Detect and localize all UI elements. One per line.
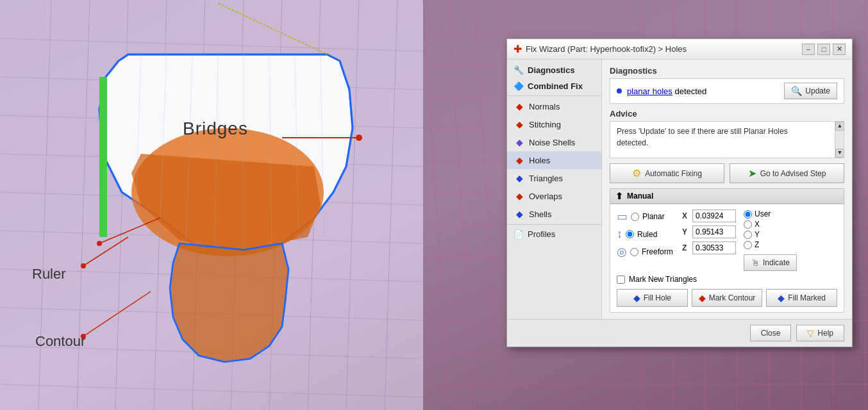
user-opt-z: Z xyxy=(744,240,771,249)
auto-fix-label: Automatic Fixing xyxy=(645,169,702,178)
planar-radio-row: ▭ Planar xyxy=(617,209,674,224)
y-input[interactable] xyxy=(692,226,736,238)
automatic-fixing-button[interactable]: ⚙ Automatic Fixing xyxy=(610,163,724,183)
go-advised-icon: ➤ xyxy=(748,167,756,179)
sidebar-item-combined-fix[interactable]: 🔷 Combined Fix xyxy=(507,78,601,94)
ruled-radio[interactable] xyxy=(626,230,634,238)
x-label: X xyxy=(682,211,690,220)
diagnostics-section: Diagnostics planar holes detected 🔍 Upda… xyxy=(610,66,844,104)
advice-text: Press 'Update' to see if there are still… xyxy=(617,126,837,149)
freeform-radio[interactable] xyxy=(630,248,638,256)
sidebar-item-overlaps[interactable]: ◆ Overlaps xyxy=(507,187,601,205)
planar-label: Planar xyxy=(642,212,665,221)
indicate-label: Indicate xyxy=(763,258,790,267)
sidebar-item-noise-shells[interactable]: ◆ Noise Shells xyxy=(507,133,601,151)
sidebar-item-stitching[interactable]: ◆ Stitching xyxy=(507,115,601,133)
sidebar-item-normals[interactable]: ◆ Normals xyxy=(507,97,601,115)
minimize-button[interactable]: − xyxy=(802,44,815,55)
scroll-down[interactable]: ▼ xyxy=(835,149,844,158)
fill-hole-button[interactable]: ◆ Fill Hole xyxy=(617,289,688,307)
fill-buttons: ◆ Fill Hole ◆ Mark Contour ◆ Fill Marked xyxy=(617,289,837,307)
overlaps-label: Overlaps xyxy=(529,192,562,201)
z-input[interactable] xyxy=(692,242,736,254)
diag-suffix: detected xyxy=(672,86,707,96)
ruled-label: Ruled xyxy=(637,230,657,239)
user-opt-y: Y xyxy=(744,230,771,239)
go-advised-step-button[interactable]: ➤ Go to Advised Step xyxy=(730,163,844,183)
manual-section: ⬆ Manual ▭ Planar ↕ xyxy=(610,188,844,313)
axis-x-radio[interactable] xyxy=(744,220,752,229)
help-label: Help xyxy=(817,329,833,338)
noise-shells-label: Noise Shells xyxy=(529,138,575,147)
action-buttons-row: ⚙ Automatic Fixing ➤ Go to Advised Step xyxy=(610,163,844,183)
dialog-controls: − □ ✕ xyxy=(802,44,846,55)
close-label: Close xyxy=(761,329,781,338)
update-button[interactable]: 🔍 Update xyxy=(784,83,837,99)
fill-marked-icon: ◆ xyxy=(778,293,785,303)
close-button[interactable]: ✕ xyxy=(833,44,846,55)
freeform-radio-row: ◎ Freeform xyxy=(617,245,674,259)
advice-section: Advice Press 'Update' to see if there ar… xyxy=(610,109,844,158)
sidebar: 🔧 Diagnostics 🔷 Combined Fix ◆ Normals ◆… xyxy=(507,60,602,319)
freeform-label: Freeform xyxy=(642,247,673,256)
fill-hole-label: Fill Hole xyxy=(644,293,671,302)
mark-triangles-checkbox[interactable] xyxy=(617,275,625,284)
user-label: User xyxy=(755,209,771,218)
fill-hole-icon: ◆ xyxy=(633,293,640,303)
svg-rect-51 xyxy=(99,77,107,237)
fix-wizard-dialog: ✚ Fix Wizard (Part: Hyperhook-tofix2) > … xyxy=(506,38,853,347)
axis-z-radio[interactable] xyxy=(744,241,752,249)
manual-label: Manual xyxy=(627,192,653,201)
title-icon: ✚ xyxy=(513,43,522,55)
mark-triangles-label: Mark New Triangles xyxy=(629,275,697,284)
x-input[interactable] xyxy=(692,209,736,222)
diagnostics-title: Diagnostics xyxy=(610,66,844,76)
dialog-footer: Close ▽ Help xyxy=(507,319,852,347)
sidebar-diagnostics-label: Diagnostics xyxy=(528,65,575,75)
user-radio[interactable] xyxy=(744,210,752,218)
advice-scrollbar[interactable]: ▲ ▼ xyxy=(835,122,844,158)
planar-holes-link[interactable]: planar holes xyxy=(627,86,672,96)
diagnostics-box: planar holes detected 🔍 Update xyxy=(610,78,844,104)
opt-x-label: X xyxy=(755,220,760,229)
planar-shape-icon: ▭ xyxy=(617,209,628,224)
mark-contour-icon: ◆ xyxy=(699,293,706,303)
sidebar-item-holes[interactable]: ◆ Holes xyxy=(507,151,601,169)
stitching-icon: ◆ xyxy=(513,119,525,130)
sidebar-item-triangles[interactable]: ◆ Triangles xyxy=(507,169,601,187)
opt-z-label: Z xyxy=(755,240,759,249)
auto-fix-icon: ⚙ xyxy=(632,167,641,179)
profiles-label: Profiles xyxy=(528,229,555,239)
mark-contour-button[interactable]: ◆ Mark Contour xyxy=(692,289,763,307)
planar-radio[interactable] xyxy=(631,213,639,221)
manual-content: ▭ Planar ↕ Ruled ◎ xyxy=(610,204,844,313)
shells-icon: ◆ xyxy=(513,208,525,220)
user-opt-user: User xyxy=(744,209,771,218)
sidebar-item-shells[interactable]: ◆ Shells xyxy=(507,205,601,223)
right-panel: Diagnostics planar holes detected 🔍 Upda… xyxy=(602,60,852,319)
manual-header: ⬆ Manual xyxy=(610,188,844,204)
sidebar-item-profiles[interactable]: 📄 Profiles xyxy=(507,226,601,242)
svg-point-57 xyxy=(81,263,86,268)
z-label: Z xyxy=(682,243,690,252)
dialog-title: Fix Wizard (Part: Hyperhook-tofix2) > Ho… xyxy=(526,44,687,54)
indicate-button[interactable]: 🖱 Indicate xyxy=(744,254,797,271)
advice-box: Press 'Update' to see if there are still… xyxy=(610,121,844,158)
contour-label: Contour xyxy=(35,333,85,350)
y-coord-group: Y xyxy=(682,226,736,238)
triangles-label: Triangles xyxy=(529,174,563,183)
shells-label: Shells xyxy=(529,209,551,219)
normals-label: Normals xyxy=(529,102,560,111)
sidebar-item-diagnostics[interactable]: 🔧 Diagnostics xyxy=(507,62,601,78)
axis-y-radio[interactable] xyxy=(744,231,752,239)
close-dialog-button[interactable]: Close xyxy=(750,325,792,341)
fill-marked-button[interactable]: ◆ Fill Marked xyxy=(766,289,837,307)
help-button[interactable]: ▽ Help xyxy=(796,325,844,341)
freeform-shape-icon: ◎ xyxy=(617,245,627,259)
maximize-button[interactable]: □ xyxy=(817,44,830,55)
indicate-icon: 🖱 xyxy=(751,258,760,268)
scroll-up[interactable]: ▲ xyxy=(835,122,844,131)
dialog-title-left: ✚ Fix Wizard (Part: Hyperhook-tofix2) > … xyxy=(513,43,687,55)
dialog-titlebar: ✚ Fix Wizard (Part: Hyperhook-tofix2) > … xyxy=(507,39,852,60)
diag-dot xyxy=(617,88,622,94)
